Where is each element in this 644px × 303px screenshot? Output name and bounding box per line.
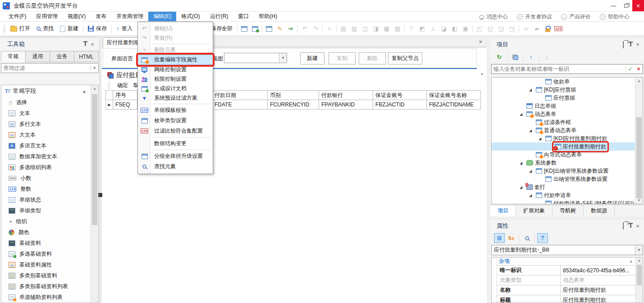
ok-button[interactable]: 确定: [117, 82, 128, 89]
toolbox-item-base-data[interactable]: 基础资料: [1, 238, 98, 248]
expand-icon[interactable]: ◢: [528, 88, 533, 92]
menu-format[interactable]: 格式(O): [176, 12, 205, 21]
menu-item-template-check[interactable]: 123单据模板校验: [138, 105, 213, 115]
toolbox-item-large-text[interactable]: 大文本: [1, 129, 98, 140]
field-cell[interactable]: FSEQ: [113, 100, 137, 110]
toolbox-item-integer[interactable]: 123整数: [1, 184, 98, 194]
form-designer-icon[interactable]: [239, 23, 250, 34]
refresh-icon[interactable]: ↻: [494, 52, 505, 62]
column-header[interactable]: 保证金账号: [373, 91, 427, 100]
scrollbar-thumb[interactable]: [92, 94, 97, 225]
tree-node-receipt-bill[interactable]: ◢收款单: [492, 78, 643, 86]
pin-icon[interactable]: [82, 41, 89, 47]
tree-node-normal-dynamic-form[interactable]: ◢普通动态表单: [492, 126, 643, 134]
tree-node-kd-payable-note[interactable]: ◢[KD]应付票据: [492, 86, 643, 94]
menu-run[interactable]: 运行(R): [205, 12, 233, 21]
field-cell[interactable]: FPAYBANKID: [319, 100, 373, 110]
restore-button[interactable]: [620, 0, 632, 11]
field-cell[interactable]: FBZJACTIDNAME: [427, 100, 481, 110]
menu-item-permission-control[interactable]: 权限控制设置: [138, 74, 213, 84]
column-header[interactable]: 保证金账号名称: [427, 91, 481, 100]
tree-node-print-template[interactable]: ◢套打: [492, 183, 643, 191]
chevron-down-icon[interactable]: ▼: [279, 53, 287, 63]
tree-node-cashier-params[interactable]: ◢出纳管理系统参数设置: [492, 175, 643, 183]
menu-window[interactable]: 窗口: [233, 12, 254, 21]
confirm-check-icon[interactable]: ✓: [626, 66, 635, 72]
object-selector[interactable]: 应付批量到期付款-_Bill ▼: [491, 245, 643, 255]
scroll-down-icon[interactable]: ▼: [635, 197, 643, 204]
menu-edit[interactable]: 编辑(E): [148, 12, 176, 21]
toolbox-filter-input[interactable]: [1, 65, 90, 71]
copy-parent-node-button[interactable]: 复制父节点: [388, 52, 422, 64]
property-value[interactable]: 应付批量到期付款: [561, 295, 643, 303]
tree-scrollbar[interactable]: ▲ ▼: [635, 78, 643, 204]
document-close-icon[interactable]: ×: [479, 38, 482, 45]
tree-node-kd-cashier-params[interactable]: ◢[KD]出纳管理系统参数设置: [492, 167, 643, 175]
expand-icon[interactable]: ◢: [528, 129, 533, 133]
toolbox-tab-common[interactable]: 通用: [26, 51, 50, 62]
toolbox-item-base-data-attr[interactable]: 基础资料属性: [1, 259, 98, 270]
product-feedback-link[interactable]: ◡产品评价: [558, 13, 594, 21]
sort-az-icon[interactable]: ⇅z: [506, 233, 516, 243]
menu-file[interactable]: 文件(F): [4, 12, 31, 21]
toolbox-item-multiline-text[interactable]: 多行文本: [1, 119, 98, 129]
menu-item-find-element[interactable]: 查找元素: [138, 161, 213, 172]
new-button[interactable]: 新建: [57, 23, 82, 35]
expand-icon[interactable]: ◢: [538, 137, 542, 141]
field-cell[interactable]: FBZJACTID: [373, 100, 427, 110]
menu-item-network-control[interactable]: 网络控制设置: [138, 65, 213, 74]
scroll-up-icon[interactable]: ▲: [635, 78, 643, 84]
expand-icon[interactable]: ◢: [519, 112, 523, 116]
tree-node-wizard-dynamic-form[interactable]: ◢向导式动态表单: [492, 151, 643, 159]
menu-vendor-management[interactable]: 开发商管理: [111, 12, 148, 21]
property-search-icon[interactable]: [521, 233, 532, 243]
tree-node-dynamic-form[interactable]: ◢动态表单: [492, 110, 643, 118]
view-select[interactable]: ▼: [224, 53, 287, 63]
close-button[interactable]: ×: [632, 0, 644, 11]
tools-icon[interactable]: ✎: [274, 23, 285, 34]
tree-node-system-params[interactable]: ◢系统参数: [492, 159, 643, 167]
menu-publish[interactable]: 发布: [91, 12, 111, 21]
properties-close-icon[interactable]: ×: [634, 223, 641, 230]
find-button[interactable]: 查找: [33, 23, 57, 35]
tab-data-source[interactable]: 数据源: [584, 205, 615, 216]
tree-node-payment-request[interactable]: ◢付款申请单: [492, 191, 643, 199]
tree-node-kd-batch-due-payment[interactable]: ◢[KD]应付批量到期付款: [492, 134, 643, 142]
scrollbar-thumb[interactable]: [636, 117, 642, 198]
open-button[interactable]: 打开: [7, 23, 33, 35]
toolbox-scrollbar[interactable]: ▲: [91, 85, 98, 303]
form-open-icon[interactable]: [264, 23, 274, 34]
expand-icon[interactable]: ◢: [528, 169, 533, 173]
toolbox-tab-business[interactable]: 业务: [50, 51, 74, 62]
scroll-up-icon[interactable]: ▲: [480, 71, 484, 76]
toolbox-item-single-aux-data-list[interactable]: 单选辅助资料列表: [1, 292, 98, 303]
move-up-icon[interactable]: ↑: [525, 52, 536, 62]
resize-handle[interactable]: [98, 193, 102, 197]
menu-item-enum-type-settings[interactable]: 枚举类型设置: [138, 115, 213, 126]
field-cell[interactable]: FDATE: [212, 100, 268, 110]
tree-node-batch-due-payment[interactable]: ◢应付批量到期付款: [492, 142, 643, 151]
minimize-button[interactable]: —: [607, 0, 620, 11]
menu-view[interactable]: 视图(V): [63, 12, 91, 21]
menu-help[interactable]: 帮助(H): [254, 12, 282, 21]
tab-project[interactable]: 项目: [490, 205, 516, 216]
column-header[interactable]: 付款银行: [319, 91, 373, 100]
save-button[interactable]: 保存: [85, 23, 110, 35]
property-value[interactable]: 应付批量到期付款: [561, 285, 643, 295]
menu-item-preset-filter-scheme[interactable]: ▼系统预设过滤方案: [138, 93, 213, 103]
column-header[interactable]: 付款日期: [212, 91, 268, 100]
toolbox-item-multilang-text[interactable]: 多语言文本: [1, 140, 98, 151]
expand-icon[interactable]: ◢: [519, 161, 523, 165]
chevron-down-icon[interactable]: ▼: [635, 245, 643, 255]
message-center-link[interactable]: 消息中心: [477, 13, 511, 21]
tab-extension-objects[interactable]: 扩展对象: [516, 205, 553, 216]
toolbox-tab-general[interactable]: 常规: [1, 51, 26, 62]
toolbox-close-icon[interactable]: ×: [89, 41, 96, 48]
scroll-up-icon[interactable]: ▲: [636, 257, 643, 264]
scroll-up-icon[interactable]: ▲: [91, 85, 98, 92]
categorized-view-icon[interactable]: ⊞: [494, 233, 505, 243]
project-filter-input[interactable]: [492, 66, 626, 72]
toolbox-item-text[interactable]: 文本: [1, 108, 98, 119]
column-header[interactable]: 币别: [268, 91, 319, 100]
property-value[interactable]: 8534fa4c-6270-4f5a-b496...: [561, 266, 643, 275]
